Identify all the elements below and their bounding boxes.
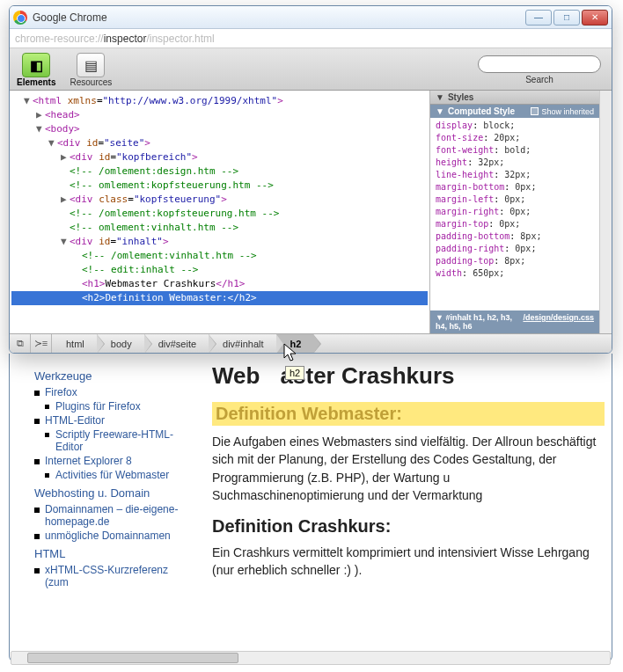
dom-node[interactable]: <h1>Webmaster Crashkurs</h1> (11, 277, 428, 291)
address-host: inspector (104, 33, 147, 45)
dom-node[interactable]: ▼<div id="inhalt"> (11, 235, 428, 249)
crumb-inhalt[interactable]: div#inhalt (209, 334, 275, 353)
style-property[interactable]: padding-bottom: 8px; (436, 230, 594, 243)
dom-node[interactable]: ▶<div class="kopfsteuerung"> (11, 193, 428, 207)
page-sidebar: Werkzeuge Firefox Plugins für Firefox HT… (10, 354, 205, 661)
devtools-window: Google Chrome — □ ✕ chrome-resource://in… (9, 5, 612, 354)
dom-node[interactable]: ▼<body> (11, 122, 428, 136)
search-label: Search (525, 75, 553, 84)
style-property[interactable]: width: 650px; (436, 267, 594, 280)
matched-rule[interactable]: ▼ #inhalt h1, h2, h3, h4, h5, h6 /design… (430, 310, 599, 333)
sidebar-item[interactable]: unmögliche Domainnamen (34, 530, 194, 542)
style-property[interactable]: padding-right: 0px; (436, 243, 594, 255)
styles-pane: ▼Styles ▼Computed Style Show inherited d… (429, 91, 599, 333)
elements-tab[interactable]: ◧ Elements (17, 53, 55, 87)
search-input[interactable] (478, 55, 601, 73)
page-paragraph: Ein Crashkurs vermittelt komprimiert und… (212, 544, 605, 580)
chrome-icon (13, 11, 27, 25)
window-title: Google Chrome (33, 11, 107, 24)
styles-title: Styles (448, 92, 473, 102)
style-property[interactable]: padding-top: 8px; (436, 255, 594, 267)
dom-comment[interactable]: <!-- omlement:kopfsteuerung.htm --> (11, 179, 428, 193)
address-prefix: chrome-resource:// (15, 33, 104, 45)
crumb-html[interactable]: html (52, 334, 97, 353)
sidebar-heading: HTML (34, 547, 194, 560)
close-button[interactable]: ✕ (582, 10, 608, 26)
show-inherited-toggle[interactable]: Show inherited (531, 107, 594, 116)
dom-node[interactable]: ▼<html xmlns="http://www.w3.org/1999/xht… (11, 94, 428, 108)
dom-comment[interactable]: <!-- /omlement:vinhalt.htm --> (11, 249, 428, 263)
horizontal-scrollbar[interactable] (11, 651, 611, 665)
sidebar-item[interactable]: Firefox (34, 386, 194, 398)
resources-label: Resources (70, 77, 112, 87)
hover-tooltip: h2 (285, 366, 304, 380)
toolbar: ◧ Elements ▤ Resources Search (10, 48, 612, 91)
rule-selector: #inhalt h1, h2, h3, h4, h5, h6 (436, 313, 512, 331)
sidebar-subitem[interactable]: Plugins für Firefox (45, 400, 194, 413)
dom-comment[interactable]: <!-- omlement:vinhalt.htm --> (11, 221, 428, 235)
sidebar-heading: Werkzeuge (34, 369, 194, 383)
style-property[interactable]: line-height: 32px; (436, 169, 594, 181)
sidebar-item[interactable]: HTML-Editor (34, 414, 194, 427)
crumb-seite[interactable]: div#seite (144, 334, 209, 353)
dom-comment[interactable]: <!-- /omlement:kopfsteuerung.htm --> (11, 207, 428, 221)
dom-comment[interactable]: <!-- /omlement:design.htm --> (11, 164, 428, 179)
computed-style-label: Computed Style (448, 106, 515, 116)
rule-source-link[interactable]: /design/design.css (523, 313, 594, 331)
breadcrumb-bar: ⧉ ≻≡ html body div#seite div#inhalt h2 (10, 333, 612, 353)
page-paragraph: Die Aufgaben eines Webmasters sind vielf… (212, 433, 605, 504)
titlebar[interactable]: Google Chrome — □ ✕ (10, 6, 612, 29)
page-h1: Webmaster Crashkurs (212, 362, 605, 390)
styles-scrollbar[interactable] (599, 91, 612, 333)
console-button[interactable]: ≻≡ (31, 334, 52, 353)
styles-header[interactable]: ▼Styles (430, 91, 599, 105)
elements-label: Elements (17, 77, 55, 87)
sidebar-item[interactable]: Internet Explorer 8 (34, 455, 194, 467)
elements-icon: ◧ (22, 53, 50, 77)
style-property[interactable]: margin-top: 0px; (436, 218, 594, 230)
show-inherited-label: Show inherited (541, 107, 594, 116)
style-property[interactable]: margin-left: 0px; (436, 194, 594, 206)
style-property[interactable]: height: 32px; (436, 157, 594, 169)
sidebar-item[interactable]: xHTML-CSS-Kurzreferenz (zum (34, 564, 194, 588)
sidebar-item[interactable]: Domainnamen – die-eigene-homepage.de (34, 503, 194, 528)
address-bar[interactable]: chrome-resource://inspector/inspector.ht… (10, 29, 612, 48)
style-property[interactable]: font-weight: bold; (436, 144, 594, 157)
style-property[interactable]: font-size: 20px; (436, 132, 594, 144)
dom-tree[interactable]: ▼<html xmlns="http://www.w3.org/1999/xht… (10, 91, 429, 333)
style-property[interactable]: margin-right: 0px; (436, 206, 594, 218)
crumb-body[interactable]: body (97, 334, 144, 353)
page-h2-highlighted: Definition Webmaster: (212, 402, 605, 426)
page-content: Webmaster Crashkurs Definition Webmaster… (205, 354, 612, 661)
dock-button[interactable]: ⧉ (10, 334, 31, 353)
sidebar-heading: Webhosting u. Domain (34, 486, 194, 500)
style-property[interactable]: display: block; (436, 120, 594, 132)
page-h2: Definition Crashkurs: (212, 516, 605, 537)
minimize-button[interactable]: — (525, 10, 552, 26)
resources-tab[interactable]: ▤ Resources (70, 53, 112, 87)
sidebar-subitem[interactable]: Activities für Webmaster (45, 469, 194, 481)
dom-node[interactable]: ▼<div id="seite"> (11, 136, 428, 150)
dom-node[interactable]: ▶<head> (11, 108, 428, 122)
dom-node[interactable]: ▶<div id="kopfbereich"> (11, 150, 428, 164)
scrollbar-thumb[interactable] (27, 653, 238, 663)
maximize-button[interactable]: □ (553, 10, 580, 26)
style-property[interactable]: margin-bottom: 0px; (436, 181, 594, 194)
dom-node-selected[interactable]: <h2>Definition Webmaster:</h2> (11, 291, 428, 305)
sidebar-subitem[interactable]: Scriptly Freeware-HTML-Editor (45, 428, 194, 453)
checkbox-icon (531, 107, 539, 115)
address-path: /inspector.html (146, 33, 214, 45)
computed-style-header[interactable]: ▼Computed Style Show inherited (430, 105, 599, 118)
resources-icon: ▤ (77, 53, 105, 77)
inspected-page: Werkzeuge Firefox Plugins für Firefox HT… (9, 354, 612, 661)
computed-style-list[interactable]: display: block;font-size: 20px;font-weig… (430, 118, 599, 310)
dom-comment[interactable]: <!-- edit:inhalt --> (11, 263, 428, 277)
